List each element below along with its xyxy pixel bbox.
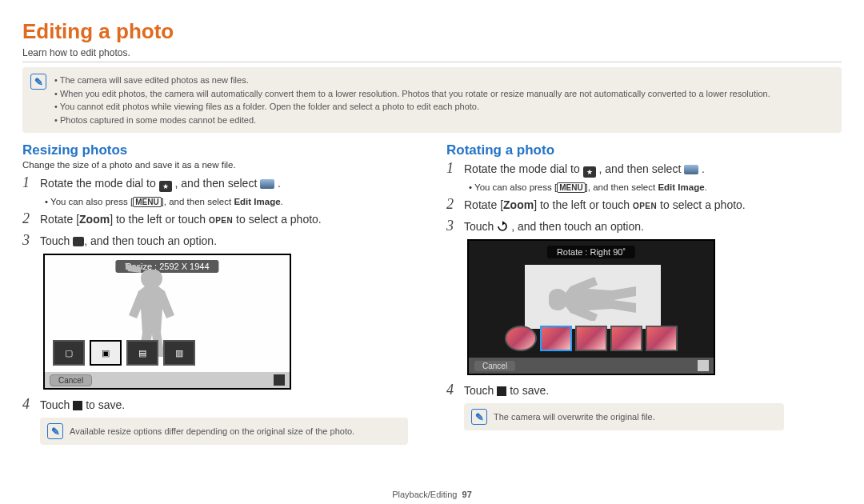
info-box: ✎ The camera will save edited photos as … xyxy=(22,67,842,133)
step-text: , and then select xyxy=(175,177,261,190)
memory-card-icon xyxy=(497,386,506,396)
step-2: 2 Rotate [Zoom] to the left or touch OPE… xyxy=(22,210,418,227)
resize-options: ▢ ▣ ▤ ▥ xyxy=(53,340,195,366)
preview-footer: Cancel xyxy=(45,372,290,388)
mode-dial-icon: ★ xyxy=(583,166,596,178)
rotating-section: Rotating a photo 1 Rotate the mode dial … xyxy=(446,142,842,445)
note-icon: ✎ xyxy=(471,409,487,425)
resize-preview: Resize : 2592 X 1944 ▢ ▣ ▤ ▥ Cancel xyxy=(43,254,291,390)
rotate-note: ✎ The camera will overwrite the original… xyxy=(464,403,784,430)
note-icon: ✎ xyxy=(30,74,46,90)
step-text: . xyxy=(278,177,281,190)
memory-card-icon xyxy=(73,401,82,410)
rotate-thumb[interactable] xyxy=(505,326,537,351)
save-icon[interactable] xyxy=(698,360,709,371)
step-number: 3 xyxy=(22,232,34,249)
cancel-button[interactable]: Cancel xyxy=(50,374,92,386)
menu-icon: MENU xyxy=(133,197,161,207)
section-heading: Rotating a photo xyxy=(446,142,842,158)
info-list: The camera will save edited photos as ne… xyxy=(54,74,770,126)
page-subtitle: Learn how to edit photos. xyxy=(22,47,842,62)
rotate-thumb[interactable] xyxy=(575,326,607,351)
step-number: 1 xyxy=(446,160,458,177)
resize-thumb[interactable]: ▢ xyxy=(53,340,85,366)
note-icon: ✎ xyxy=(47,423,63,439)
resize-icon xyxy=(73,237,84,246)
step-3: 3 Touch , and then touch an option. xyxy=(446,218,842,234)
rotate-icon xyxy=(497,221,508,234)
step-2: 2 Rotate [Zoom] to the left or touch OPE… xyxy=(446,196,842,213)
info-item: Photos captured in some modes cannot be … xyxy=(54,114,770,127)
resize-note: ✎ Available resize options differ depend… xyxy=(40,418,408,445)
resize-thumb-selected[interactable]: ▣ xyxy=(90,340,122,366)
section-heading: Resizing photos xyxy=(22,142,418,158)
resize-thumb[interactable]: ▥ xyxy=(163,340,195,366)
step-1: 1 Rotate the mode dial to ★ , and then s… xyxy=(22,174,418,192)
preview-footer: Cancel xyxy=(469,358,714,374)
step-4: 4 Touch to save. xyxy=(22,396,418,413)
info-item: You cannot edit photos while viewing fil… xyxy=(54,100,770,114)
rotate-preview: Rotate : Right 90˚ Cancel xyxy=(467,239,715,375)
gallery-icon xyxy=(260,179,274,189)
step-number: 2 xyxy=(22,210,34,227)
rotate-thumbs xyxy=(505,326,678,351)
step-number: 4 xyxy=(446,382,458,398)
step-number: 2 xyxy=(446,196,458,213)
resize-thumb[interactable]: ▤ xyxy=(126,340,158,366)
rotated-figure xyxy=(525,265,661,329)
step-text: Rotate the mode dial to xyxy=(40,177,159,190)
step-4: 4 Touch to save. xyxy=(446,382,842,398)
save-icon[interactable] xyxy=(274,374,285,386)
cancel-button[interactable]: Cancel xyxy=(474,360,516,372)
step-number: 4 xyxy=(22,396,34,413)
resizing-section: Resizing photos Change the size of a pho… xyxy=(22,142,418,445)
page-title: Editing a photo xyxy=(22,19,842,44)
step-number: 1 xyxy=(22,174,34,191)
rotate-thumb-selected[interactable] xyxy=(540,326,572,351)
gallery-icon xyxy=(684,165,698,174)
preview-label: Rotate : Right 90˚ xyxy=(547,246,635,258)
sub-note: You can also press [MENU], and then sele… xyxy=(469,182,842,193)
step-number: 3 xyxy=(446,218,458,234)
page-footer: Playback/Editing 97 xyxy=(0,490,864,499)
mode-dial-icon: ★ xyxy=(159,181,172,192)
rotate-thumb[interactable] xyxy=(646,326,678,351)
sub-note: You can also press [MENU], and then sele… xyxy=(45,197,418,207)
rotate-thumb[interactable] xyxy=(610,326,642,351)
info-item: When you edit photos, the camera will au… xyxy=(54,87,770,101)
step-3: 3 Touch , and then touch an option. xyxy=(22,232,418,249)
step-1: 1 Rotate the mode dial to ★ , and then s… xyxy=(446,160,842,178)
info-item: The camera will save edited photos as ne… xyxy=(54,74,770,87)
menu-icon: MENU xyxy=(557,182,585,193)
section-desc: Change the size of a photo and save it a… xyxy=(22,160,418,170)
